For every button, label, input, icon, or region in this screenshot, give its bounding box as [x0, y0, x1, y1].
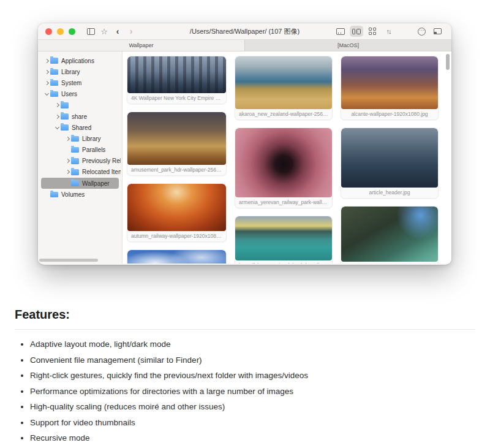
folder-icon [50, 192, 58, 198]
image-caption: alcante-wallpaper-1920x1080.jpg [341, 109, 438, 120]
grid-view-icon[interactable] [366, 26, 379, 37]
image-card[interactable]: akaroa_new_zealand-wallpaper-2560x14… [235, 56, 333, 120]
sidebar-item-volumes[interactable]: Volumes [38, 189, 122, 200]
sidebar-horizontal-scrollbar[interactable] [39, 259, 98, 262]
wallpaper-thumbnail[interactable] [235, 128, 332, 197]
chevron-right-icon[interactable] [55, 103, 59, 107]
wallpaper-thumbnail[interactable] [341, 56, 438, 109]
bottom-bar-view-icon[interactable] [334, 26, 347, 37]
image-card[interactable]: autumn_railway-wallpaper-1920x1080.jpg [127, 183, 227, 242]
grid-vertical-scrollbar[interactable] [446, 54, 450, 70]
image-card[interactable]: beautiful_mountains_lake_hdr-wallpaper… [235, 216, 333, 264]
image-card[interactable]: alcante-wallpaper-1920x1080.jpg [341, 56, 439, 120]
zoom-button[interactable] [69, 28, 75, 35]
image-card[interactable]: article_header.jpg [341, 127, 439, 199]
chevron-right-icon[interactable] [44, 59, 48, 63]
forward-icon[interactable]: › [124, 26, 138, 37]
chevron-right-icon[interactable] [44, 81, 48, 85]
image-card[interactable]: 4K Wallpaper New York City Empire Stat… [127, 56, 227, 104]
sidebar-item-label: Relocated Items [82, 169, 121, 175]
sidebar-item-label: Volumes [61, 191, 85, 198]
close-button[interactable] [45, 28, 52, 35]
back-icon[interactable]: ‹ [111, 26, 124, 37]
more-options-icon[interactable]: ⋯ [415, 26, 428, 37]
chevron-down-icon[interactable] [44, 91, 48, 96]
favorite-star-icon[interactable]: ☆ [97, 26, 111, 37]
wallpaper-thumbnail[interactable] [127, 250, 226, 264]
wallpaper-thumbnail[interactable] [235, 56, 332, 109]
title-bar: ☆ ‹ › /Users/Shared/Wallpaper/ (107 图像) … [38, 23, 451, 39]
feature-item: High-quality scaling (reduces moiré and … [30, 403, 475, 411]
sidebar-item-label: share [72, 113, 87, 120]
image-card[interactable]: beautiful_waterfall-wallpaper-2560x14… [341, 206, 439, 264]
sidebar-item-users[interactable]: Users [38, 89, 122, 100]
image-caption: amusement_park_hdr-wallpaper-2560x1… [127, 165, 226, 175]
sidebar-item-system[interactable]: System [38, 77, 122, 88]
sidebar-item-relocated-items[interactable]: Relocated Items [38, 167, 122, 178]
grid-column: 4K Wallpaper New York City Empire Stat… … [127, 56, 227, 264]
image-card[interactable]: amusement_park_hdr-wallpaper-2560x1… [127, 112, 227, 176]
sidebar-item-previously-relocated[interactable]: Previously Relocate [38, 156, 122, 167]
image-caption: beautiful_mountains_lake_hdr-wallpaper… [235, 260, 332, 264]
folder-icon [61, 113, 69, 120]
sidebar-item-applications[interactable]: Applications [38, 55, 122, 66]
sidebar-item-unnamed[interactable] [38, 100, 122, 111]
feature-item: Right-click gestures, quickly find the p… [30, 371, 475, 380]
image-caption: autumn_railway-wallpaper-1920x1080.jpg [127, 231, 226, 241]
chevron-right-icon[interactable] [65, 170, 69, 174]
folder-icon [71, 147, 79, 153]
chevron-right-icon[interactable] [65, 137, 69, 141]
sidebar-item-label: Previously Relocate [82, 158, 121, 164]
sidebar-item-parallels[interactable]: Parallels [38, 145, 122, 156]
sidebar-item-wallpaper[interactable]: Wallpaper [41, 178, 119, 189]
toolbar-right: ↑↓ ⋯ [334, 26, 444, 37]
chevron-spacer [66, 148, 69, 151]
features-list: Adaptive layout mode, light/dark mode Co… [15, 340, 475, 442]
chevron-spacer [45, 193, 48, 196]
sidebar-item-library[interactable]: Library [38, 66, 122, 77]
image-caption: article_header.jpg [341, 188, 438, 198]
sidebar-toggle-icon[interactable] [84, 26, 97, 37]
sidebar-item-shared-library[interactable]: Library [38, 133, 122, 144]
sidebar-item-label: System [61, 80, 81, 86]
picture-in-picture-icon[interactable] [431, 26, 444, 37]
folder-icon [50, 80, 58, 86]
tab-macos[interactable]: [MacOS] [244, 40, 451, 51]
sidebar-item-label: Applications [61, 58, 94, 64]
sidebar-item-label: Wallpaper [82, 180, 110, 187]
split-view-icon[interactable] [350, 26, 363, 37]
sidebar-item-share[interactable]: share [38, 111, 122, 122]
feature-item: Convenient file management (similar to F… [30, 356, 475, 365]
sidebar-item-shared[interactable]: Shared [38, 122, 122, 133]
sort-icon[interactable]: ↑↓ [382, 26, 395, 37]
tab-wallpaper[interactable]: Wallpaper [38, 40, 244, 51]
image-caption: 4K Wallpaper New York City Empire Stat… [127, 93, 226, 104]
chevron-down-icon[interactable] [55, 125, 59, 129]
traffic-lights [45, 28, 75, 35]
folder-icon [50, 58, 58, 64]
chevron-right-icon[interactable] [55, 114, 59, 118]
image-card[interactable]: armenia_yerevan_railway_park-wallpape… [235, 127, 333, 208]
folder-icon [71, 136, 79, 142]
feature-item: Support for video thumbnails [30, 419, 475, 427]
image-grid: 4K Wallpaper New York City Empire Stat… … [123, 51, 451, 264]
wallpaper-thumbnail[interactable] [127, 56, 226, 93]
sidebar-item-label: Users [61, 91, 77, 97]
image-caption: armenia_yerevan_railway_park-wallpape… [235, 197, 332, 208]
folder-icon [71, 169, 79, 175]
main-area: Applications Library System Users [38, 51, 451, 264]
wallpaper-thumbnail[interactable] [341, 207, 438, 262]
chevron-right-icon[interactable] [44, 70, 48, 74]
wallpaper-thumbnail[interactable] [235, 216, 332, 260]
features-heading: Features: [15, 308, 475, 330]
image-card[interactable] [127, 249, 227, 264]
wallpaper-thumbnail[interactable] [127, 112, 226, 165]
minimize-button[interactable] [57, 28, 64, 35]
tab-bar: Wallpaper [MacOS] [38, 39, 451, 51]
wallpaper-thumbnail[interactable] [127, 184, 226, 231]
image-caption: beautiful_waterfall-wallpaper-2560x14… [341, 262, 438, 264]
wallpaper-thumbnail[interactable] [341, 128, 438, 188]
chevron-right-icon[interactable] [65, 159, 69, 163]
grid-column: alcante-wallpaper-1920x1080.jpg article_… [341, 56, 439, 264]
folder-icon [71, 180, 79, 186]
